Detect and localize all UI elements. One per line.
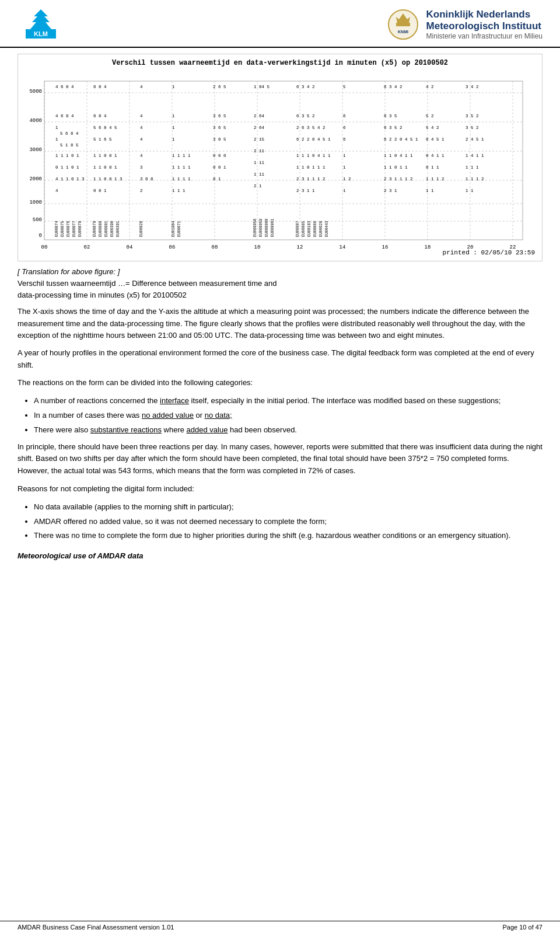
svg-text:EU00671: EU00671 (177, 221, 181, 237)
svg-text:1 4 1 1: 1 4 1 1 (466, 153, 484, 158)
svg-text:EU00875: EU00875 (61, 221, 65, 237)
main-content: [ Translation for above figure: ] Versch… (0, 261, 560, 562)
svg-text:2 3 1 1 1 2: 2 3 1 1 1 2 (296, 177, 326, 181)
svg-text:1: 1 (172, 114, 175, 118)
amdar-heading-section: Meteorological use of AMDAR data (18, 550, 542, 562)
svg-text:6 3 5 2: 6 3 5 2 (384, 125, 402, 130)
svg-text:1: 1 (343, 165, 346, 170)
header-right: KNMI Koninklijk Nederlands Meteorologisc… (387, 9, 542, 41)
svg-text:3 6 5: 3 6 5 (213, 114, 226, 118)
underline-substantive: substantive reactions (90, 425, 162, 434)
translation-line1: Verschil tussen waarneemtijd …= Differen… (18, 279, 277, 288)
svg-text:4 6 8 4: 4 6 8 4 (55, 114, 74, 118)
svg-text:EU00878: EU00878 (78, 221, 82, 237)
svg-text:1: 1 (343, 188, 346, 193)
amdar-heading: Meteorological use of AMDAR data (18, 551, 143, 560)
svg-text:3 5 2: 3 5 2 (466, 125, 479, 130)
page-header: KLM KNMI Koninklijk Nederlands Meteorolo… (0, 0, 560, 48)
list-item: A number of reactions concerned the inte… (34, 395, 542, 407)
svg-text:1 1 1 0 4 1 1: 1 1 1 0 4 1 1 (296, 153, 331, 158)
svg-text:6 2 2 0 4 5 1: 6 2 2 0 4 5 1 (296, 137, 331, 142)
svg-text:EU00103: EU00103 (307, 221, 312, 237)
list-item: There was no time to complete the form d… (34, 530, 542, 542)
svg-text:1 1 0 1 1: 1 1 0 1 1 (384, 165, 408, 170)
svg-text:4: 4 (140, 153, 143, 158)
svg-text:2000: 2000 (29, 176, 42, 182)
svg-text:1 1: 1 1 (466, 188, 474, 193)
svg-text:2 4 5 1: 2 4 5 1 (466, 137, 484, 142)
svg-text:1 1 1: 1 1 1 (466, 165, 479, 170)
paragraph-3: In principle, there should have been thr… (18, 441, 542, 477)
svg-text:3: 3 (140, 165, 143, 170)
translation-block: [ Translation for above figure: ] Versch… (18, 266, 542, 341)
svg-text:6 8 4: 6 8 4 (93, 114, 107, 118)
svg-text:0: 0 (39, 233, 42, 239)
svg-text:02: 02 (84, 244, 90, 250)
page: KLM KNMI Koninklijk Nederlands Meteorolo… (0, 0, 560, 933)
svg-text:1 1 1 1: 1 1 1 1 (172, 165, 191, 170)
svg-text:6 3 5 2: 6 3 5 2 (296, 114, 315, 118)
org-line3: Ministerie van Infrastructuur en Milieu (426, 32, 542, 40)
list-item: There were also substantive reactions wh… (34, 424, 542, 436)
svg-text:2: 2 (140, 188, 143, 193)
svg-text:500: 500 (33, 217, 42, 223)
svg-text:EU00066: EU00066 (313, 221, 317, 237)
svg-text:1: 1 (172, 137, 175, 142)
svg-text:EU009961: EU009961 (271, 219, 275, 237)
svg-text:5000: 5000 (29, 89, 42, 95)
svg-text:EU00880: EU00880 (99, 221, 103, 237)
svg-text:5 2: 5 2 (426, 114, 434, 118)
svg-text:3 0 5: 3 0 5 (213, 137, 226, 142)
svg-text:18: 18 (425, 244, 431, 250)
svg-text:4: 4 (140, 114, 143, 118)
svg-text:5 1 6 5: 5 1 6 5 (93, 137, 112, 142)
svg-text:EU00085: EU00085 (302, 221, 306, 237)
svg-text:1 11: 1 11 (254, 172, 265, 177)
klm-logo: KLM (18, 7, 64, 42)
svg-text:08: 08 (212, 244, 218, 250)
svg-text:1000: 1000 (29, 200, 42, 205)
svg-text:1 1 1 1: 1 1 1 1 (172, 153, 191, 158)
chart-svg: 5000 4000 3000 2000 1000 500 0 (23, 71, 537, 251)
svg-text:EU00877: EU00877 (72, 221, 76, 237)
svg-text:1: 1 (172, 85, 175, 89)
svg-text:16: 16 (382, 244, 388, 250)
page-footer: AMDAR Business Case Final Assessment ver… (0, 921, 560, 933)
svg-text:0 1 1 0 1: 0 1 1 0 1 (55, 165, 79, 170)
svg-text:1 84 5: 1 84 5 (254, 85, 270, 89)
svg-text:3 0 8: 3 0 8 (140, 177, 153, 181)
paragraph-2: The reactions on the form can be divided… (18, 377, 542, 389)
org-line1: Koninklijk Nederlands (426, 9, 542, 20)
svg-text:1 1 1 1: 1 1 1 1 (172, 177, 191, 181)
svg-text:6 3 4 2: 6 3 4 2 (296, 85, 315, 89)
svg-text:1 1 1 2: 1 1 1 2 (426, 177, 444, 181)
svg-text:3000: 3000 (29, 147, 42, 153)
chart-inner: 5000 4000 3000 2000 1000 500 0 (20, 71, 540, 251)
svg-text:1 1 0 8 1: 1 1 0 8 1 (93, 153, 117, 158)
svg-text:5 6 8 4: 5 6 8 4 (60, 131, 79, 136)
svg-text:1 1 0 1 1 1: 1 1 0 1 1 1 (296, 165, 326, 170)
svg-text:6 3 4 2: 6 3 4 2 (384, 85, 402, 89)
list-item: In a number of cases there was no added … (34, 410, 542, 422)
svg-text:5 6 8 4 5: 5 6 8 4 5 (93, 125, 117, 130)
svg-marker-0 (30, 9, 51, 29)
svg-text:0 8 1: 0 8 1 (93, 188, 107, 193)
svg-text:EU009958: EU009958 (253, 219, 257, 237)
svg-text:1 1 1 0 1: 1 1 1 0 1 (55, 153, 79, 158)
svg-text:3 5 2: 3 5 2 (466, 114, 479, 118)
svg-text:12: 12 (297, 244, 303, 250)
underline-added-value: added value (187, 425, 228, 434)
svg-text:5 4 2: 5 4 2 (426, 125, 439, 130)
svg-text:06: 06 (169, 244, 176, 250)
svg-text:2 6 3 5 4 2: 2 6 3 5 4 2 (296, 125, 326, 130)
translation-bracket: [ Translation for above figure: ] (18, 267, 120, 276)
svg-text:5 1 8 5: 5 1 8 5 (60, 143, 79, 148)
bullet-list-2: No data available (applies to the mornin… (34, 501, 542, 542)
bullet-list-1: A number of reactions concerned the inte… (34, 395, 542, 436)
svg-text:4 1 1 0 1 3: 4 1 1 0 1 3 (55, 177, 85, 181)
svg-text:EU00987: EU00987 (296, 221, 300, 237)
org-line2: Meteorologisch Instituut (426, 20, 542, 32)
underline-no-data: no data; (205, 411, 232, 420)
svg-text:6 8 4: 6 8 4 (93, 85, 107, 89)
svg-text:4: 4 (140, 137, 143, 142)
